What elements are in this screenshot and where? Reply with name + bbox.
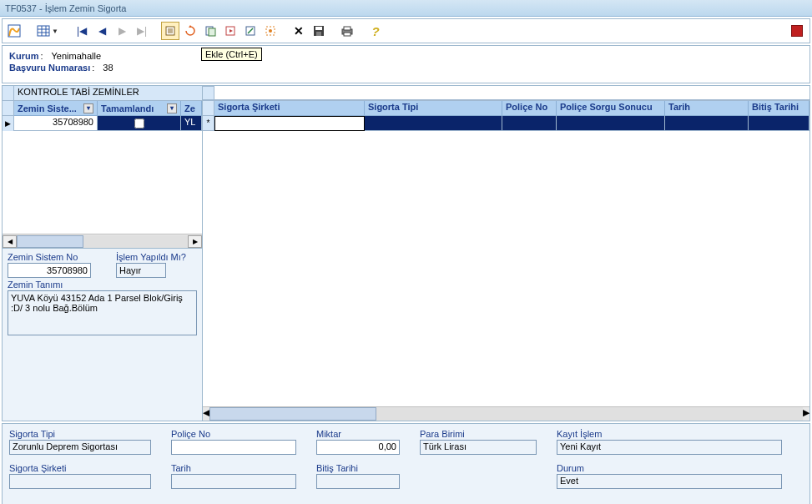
zemin-grid-title: KONTROLE TABİ ZEMİNLER	[14, 86, 202, 101]
zemin-row[interactable]: ▶ 35708980 YL	[3, 116, 202, 131]
svg-rect-12	[209, 28, 215, 36]
zemin-hscroll[interactable]: ◀ ▶	[3, 234, 202, 248]
para-field[interactable]: Türk Lirası	[420, 440, 537, 455]
kurum-label: Kurum	[9, 51, 38, 61]
kurum-value: Yenimahalle	[52, 51, 102, 61]
cell-sistem-no[interactable]: 35708980	[14, 116, 98, 131]
scroll-thumb[interactable]	[17, 235, 83, 248]
tarih-field[interactable]	[171, 474, 296, 489]
save-button[interactable]	[310, 22, 328, 40]
delete-button[interactable]: ✕	[290, 22, 308, 40]
col-sorgu[interactable]: Poliçe Sorgu Sonucu	[557, 101, 665, 116]
edit-button[interactable]	[241, 22, 260, 40]
bitis-field[interactable]	[316, 474, 400, 489]
chevron-down-icon: ▼	[52, 28, 58, 35]
tanim-label: Zemin Tanımı	[8, 280, 197, 290]
tarih-label: Tarih	[171, 463, 296, 473]
header-info: Ekle (Ctrl+E) Kurum: Yenimahalle Yıl: 20…	[2, 45, 810, 83]
sigorta-grid[interactable]: Sigorta Şirketi Sigorta Tipi Poliçe No P…	[203, 86, 809, 421]
help-button[interactable]: ?	[366, 22, 385, 40]
basvuru-value: 38	[103, 63, 113, 73]
cell-tamamlandi[interactable]	[98, 116, 181, 131]
detail-form: Sigorta Tipi Zorunlu Deprem Sigortası Po…	[2, 423, 810, 504]
police-no-field[interactable]	[171, 440, 296, 455]
sirket-label: Sigorta Şirketi	[9, 463, 151, 473]
cell-sirket-input[interactable]	[214, 116, 365, 131]
copy-button[interactable]	[201, 22, 219, 40]
chevron-down-icon[interactable]: ▾	[83, 103, 93, 113]
miktar-field[interactable]: 0,00	[316, 440, 400, 455]
durum-label: Durum	[557, 463, 782, 473]
add-button[interactable]	[161, 22, 179, 40]
chevron-down-icon[interactable]: ▾	[167, 103, 177, 113]
para-label: Para Birimi	[420, 429, 537, 439]
col-zemin-sistem[interactable]: Zemin Siste...▾	[14, 101, 98, 116]
islem-label: İşlem Yapıldı Mı?	[116, 252, 186, 262]
sirket-field[interactable]	[9, 474, 151, 489]
col-bitis[interactable]: Bitiş Tarihi	[749, 101, 809, 116]
basvuru-label: Başvuru Numarası	[9, 63, 90, 73]
police-no-label: Poliçe No	[171, 429, 296, 439]
main-toolbar: ▼ |◀ ◀ ▶ ▶| ✕ ?	[2, 18, 810, 43]
sigorta-tipi-field[interactable]: Zorunlu Deprem Sigortası	[9, 440, 151, 455]
right-panel: Sigorta Şirketi Sigorta Tipi Poliçe No P…	[203, 86, 809, 421]
sigorta-hscroll[interactable]: ◀ ▶	[203, 406, 809, 421]
tanim-field[interactable]: YUVA Köyü 43152 Ada 1 Parsel Blok/Giriş …	[8, 290, 197, 335]
svg-rect-23	[344, 33, 351, 36]
kayit-label: Kayıt İşlem	[557, 429, 782, 439]
scroll-left-button[interactable]: ◀	[203, 407, 209, 421]
add-tooltip: Ekle (Ctrl+E)	[201, 48, 262, 61]
col-tarih[interactable]: Tarih	[665, 101, 749, 116]
scroll-right-button[interactable]: ▶	[803, 407, 809, 421]
sistem-no-label: Zemin Sistem No	[8, 252, 91, 262]
grid-dropdown-button[interactable]: ▼	[33, 25, 63, 37]
nav-last-button[interactable]: ▶|	[133, 22, 151, 40]
print-button[interactable]	[338, 22, 356, 40]
cell-ext[interactable]: YL	[181, 116, 202, 131]
sistem-no-field[interactable]: 35708980	[8, 263, 91, 278]
window-title: TF0537 - İşlem Zemin Sigorta	[5, 3, 127, 13]
export-button[interactable]	[221, 22, 240, 40]
refresh-button[interactable]	[181, 22, 199, 40]
kayit-field[interactable]: Yeni Kayıt	[557, 440, 782, 455]
svg-rect-22	[344, 27, 351, 30]
scroll-left-button[interactable]: ◀	[3, 235, 17, 248]
svg-rect-19	[315, 27, 322, 30]
col-ext[interactable]: Ze	[181, 101, 202, 116]
window-title-bar: TF0537 - İşlem Zemin Sigorta	[0, 0, 812, 17]
sigorta-new-row[interactable]: *	[203, 116, 809, 131]
islem-field: Hayır	[116, 263, 166, 278]
miktar-label: Miktar	[316, 429, 400, 439]
svg-rect-1	[38, 26, 49, 36]
tamamlandi-checkbox[interactable]	[134, 118, 144, 129]
nav-next-button[interactable]: ▶	[113, 22, 131, 40]
svg-rect-20	[316, 32, 321, 36]
app-icon	[6, 23, 23, 39]
svg-point-17	[269, 29, 272, 33]
scroll-thumb[interactable]	[209, 407, 376, 421]
col-tip[interactable]: Sigorta Tipi	[365, 101, 502, 116]
nav-first-button[interactable]: |◀	[73, 22, 91, 40]
config-button[interactable]	[261, 22, 280, 40]
durum-field[interactable]: Evet	[557, 474, 782, 489]
row-indicator-icon: ▶	[3, 116, 14, 131]
col-police[interactable]: Poliçe No	[502, 101, 557, 116]
close-indicator[interactable]	[791, 25, 803, 37]
row-new-icon: *	[203, 116, 214, 131]
scroll-right-button[interactable]: ▶	[188, 235, 202, 248]
main-area: KONTROLE TABİ ZEMİNLER Zemin Siste...▾ T…	[2, 85, 810, 421]
zemin-grid[interactable]: KONTROLE TABİ ZEMİNLER Zemin Siste...▾ T…	[3, 86, 202, 249]
col-tamamlandi[interactable]: Tamamlandı▾	[98, 101, 181, 116]
zemin-detail: Zemin Sistem No 35708980 İşlem Yapıldı M…	[3, 249, 202, 421]
bitis-label: Bitiş Tarihi	[316, 463, 400, 473]
col-sirket[interactable]: Sigorta Şirketi	[214, 101, 365, 116]
sigorta-tipi-label: Sigorta Tipi	[9, 429, 151, 439]
nav-prev-button[interactable]: ◀	[93, 22, 111, 40]
left-panel: KONTROLE TABİ ZEMİNLER Zemin Siste...▾ T…	[3, 86, 203, 421]
